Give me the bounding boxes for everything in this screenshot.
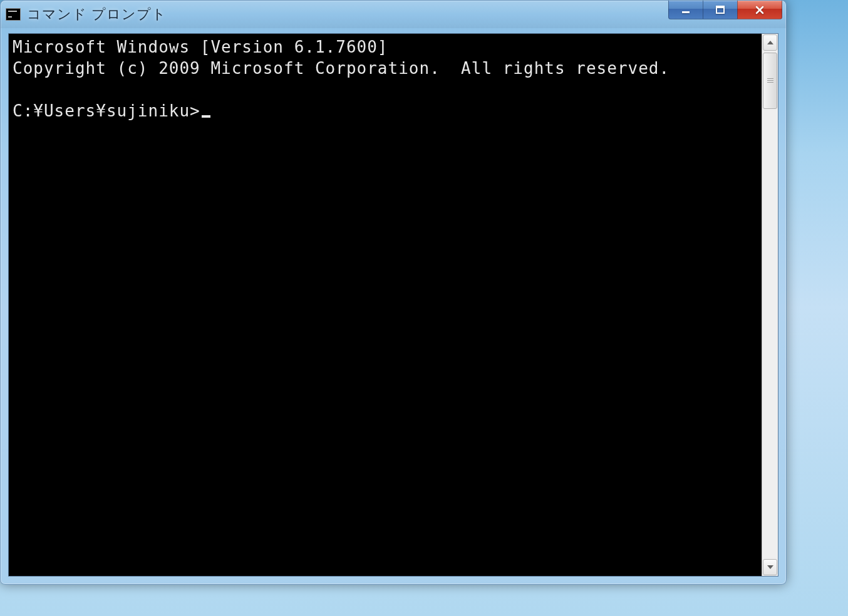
scrollbar-thumb[interactable]: [763, 53, 777, 109]
chevron-up-icon: [767, 41, 773, 44]
terminal-output[interactable]: Microsoft Windows [Version 6.1.7600] Cop…: [9, 34, 762, 576]
window-controls: [669, 1, 782, 19]
text-cursor: [202, 115, 210, 118]
minimize-icon: [681, 5, 691, 15]
close-icon: [754, 4, 765, 16]
svg-rect-2: [716, 6, 724, 8]
terminal-prompt: C:¥Users¥sujiniku>: [13, 101, 200, 120]
cmd-icon: [6, 8, 21, 21]
scrollbar-track[interactable]: [762, 51, 778, 558]
terminal-line: Microsoft Windows [Version 6.1.7600]: [13, 38, 388, 56]
client-area: Microsoft Windows [Version 6.1.7600] Cop…: [8, 33, 778, 577]
window-title: コマンド プロンプト: [27, 5, 167, 24]
minimize-button[interactable]: [668, 1, 703, 19]
scroll-up-button[interactable]: [763, 34, 777, 51]
titlebar[interactable]: コマンド プロンプト: [1, 1, 786, 28]
scroll-down-button[interactable]: [763, 559, 777, 575]
terminal-line: Copyright (c) 2009 Microsoft Corporation…: [13, 59, 670, 78]
close-button[interactable]: [737, 1, 782, 19]
chevron-down-icon: [767, 565, 773, 569]
vertical-scrollbar[interactable]: [762, 34, 778, 576]
maximize-icon: [715, 5, 725, 15]
command-prompt-window: コマンド プロンプト Microsoft Windows [Version 6: [0, 0, 787, 585]
maximize-button[interactable]: [703, 1, 738, 19]
svg-rect-0: [682, 11, 690, 13]
